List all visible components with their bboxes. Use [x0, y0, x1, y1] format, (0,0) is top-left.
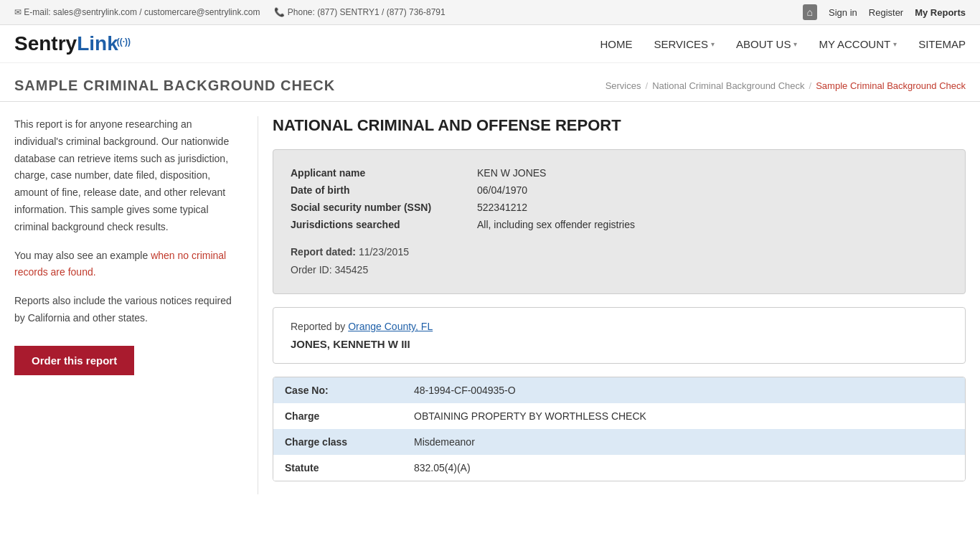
ssn-label: Social security number (SSN)	[291, 199, 477, 216]
report-area: NATIONAL CRIMINAL AND OFFENSE REPORT App…	[273, 116, 966, 494]
case-box: Case No: 48-1994-CF-004935-O Charge OBTA…	[273, 377, 966, 481]
breadcrumb-sep-2: /	[809, 80, 812, 91]
top-bar: ✉ E-mail: sales@sentrylink.com / custome…	[0, 0, 980, 25]
page-header: SAMPLE CRIMINAL BACKGROUND CHECK Service…	[0, 63, 980, 102]
email-info: ✉ E-mail: sales@sentrylink.com / custome…	[14, 7, 260, 17]
sidebar-para3: Reports also include the various notices…	[14, 293, 243, 327]
order-button[interactable]: Order this report	[14, 346, 134, 375]
charge-class-row: Charge class Misdemeanor	[273, 429, 965, 455]
dob-label: Date of birth	[291, 182, 477, 199]
jurisdictions-value: All, including sex offender registries	[477, 216, 948, 233]
report-dated-line: Report dated: 11/23/2015	[291, 243, 948, 261]
report-dated-value: 11/23/2015	[359, 246, 409, 258]
top-bar-actions: ⌂ Sign in Register My Reports	[803, 4, 966, 20]
breadcrumb: Services / National Criminal Background …	[606, 80, 966, 91]
nav-home[interactable]: HOME	[600, 38, 632, 50]
order-id-label: Order ID:	[291, 264, 332, 276]
ssn-row: Social security number (SSN) 522341212	[291, 199, 948, 216]
report-dated-label: Report dated:	[291, 246, 356, 258]
charge-value: OBTAINING PROPERTY BY WORTHLESS CHECK	[402, 403, 965, 429]
case-no-label: Case No:	[273, 377, 402, 403]
page-title: SAMPLE CRIMINAL BACKGROUND CHECK	[14, 77, 335, 94]
home-icon[interactable]: ⌂	[803, 4, 817, 20]
charge-class-label: Charge class	[273, 429, 402, 455]
applicant-row: Applicant name KEN W JONES	[291, 164, 948, 182]
sign-in-link[interactable]: Sign in	[829, 7, 857, 18]
statute-label: Statute	[273, 455, 402, 481]
case-no-value: 48-1994-CF-004935-O	[402, 377, 965, 403]
header: SentryLink((·)) HOME SERVICES ▾ ABOUT US…	[0, 25, 980, 63]
sidebar: This report is for anyone researching an…	[14, 116, 258, 494]
order-id-line: Order ID: 345425	[291, 261, 948, 279]
county-link[interactable]: Orange County, FL	[348, 321, 433, 332]
statute-value: 832.05(4)(A)	[402, 455, 965, 481]
breadcrumb-services[interactable]: Services	[606, 80, 641, 91]
logo-sentry-part: Sentry	[14, 32, 77, 55]
breadcrumb-sep-1: /	[646, 80, 649, 91]
contact-info: ✉ E-mail: sales@sentrylink.com / custome…	[14, 7, 446, 17]
statute-row: Statute 832.05(4)(A)	[273, 455, 965, 481]
nav-about-us[interactable]: ABOUT US ▾	[736, 38, 797, 50]
report-title: NATIONAL CRIMINAL AND OFFENSE REPORT	[273, 116, 966, 135]
nav-sitemap[interactable]: SITEMAP	[918, 38, 966, 50]
dob-row: Date of birth 06/04/1970	[291, 182, 948, 199]
logo[interactable]: SentryLink((·))	[14, 32, 132, 55]
phone-info: 📞 Phone: (877) SENTRY1 / (877) 736-8791	[274, 7, 445, 17]
register-link[interactable]: Register	[869, 7, 903, 18]
dob-value: 06/04/1970	[477, 182, 948, 199]
applicant-label: Applicant name	[291, 164, 477, 182]
account-dropdown-arrow: ▾	[893, 40, 897, 48]
envelope-icon: ✉	[14, 7, 22, 17]
person-name: JONES, KENNETH W III	[291, 338, 948, 350]
ssn-value: 522341212	[477, 199, 948, 216]
services-dropdown-arrow: ▾	[711, 40, 715, 48]
order-id-value: 345425	[334, 264, 368, 276]
case-table: Case No: 48-1994-CF-004935-O Charge OBTA…	[273, 377, 965, 481]
main-nav: HOME SERVICES ▾ ABOUT US ▾ MY ACCOUNT ▾ …	[600, 38, 966, 50]
logo-link-part: Link	[77, 32, 118, 55]
breadcrumb-national[interactable]: National Criminal Background Check	[652, 80, 804, 91]
info-table: Applicant name KEN W JONES Date of birth…	[291, 164, 948, 233]
sidebar-para2: You may also see an example when no crim…	[14, 248, 243, 282]
logo-text: SentryLink((·))	[14, 32, 132, 55]
jurisdictions-row: Jurisdictions searched All, including se…	[291, 216, 948, 233]
jurisdictions-label: Jurisdictions searched	[291, 216, 477, 233]
sidebar-para1: This report is for anyone researching an…	[14, 116, 243, 236]
main-content: This report is for anyone researching an…	[0, 102, 980, 509]
charge-row: Charge OBTAINING PROPERTY BY WORTHLESS C…	[273, 403, 965, 429]
county-box: Reported by Orange County, FL JONES, KEN…	[273, 307, 966, 364]
breadcrumb-current: Sample Criminal Background Check	[816, 80, 966, 91]
about-dropdown-arrow: ▾	[793, 40, 797, 48]
logo-wifi-icon: ((·))	[117, 37, 131, 47]
case-no-row: Case No: 48-1994-CF-004935-O	[273, 377, 965, 403]
charge-class-value: Misdemeanor	[402, 429, 965, 455]
nav-my-account[interactable]: MY ACCOUNT ▾	[819, 38, 897, 50]
phone-icon: 📞	[274, 7, 285, 17]
reported-by-label: Reported by	[291, 321, 345, 332]
info-box: Applicant name KEN W JONES Date of birth…	[273, 149, 966, 294]
charge-label: Charge	[273, 403, 402, 429]
report-meta: Report dated: 11/23/2015 Order ID: 34542…	[291, 243, 948, 279]
nav-services[interactable]: SERVICES ▾	[654, 38, 715, 50]
applicant-value: KEN W JONES	[477, 164, 948, 182]
reported-by-line: Reported by Orange County, FL	[291, 321, 948, 332]
my-reports-link[interactable]: My Reports	[915, 7, 966, 18]
